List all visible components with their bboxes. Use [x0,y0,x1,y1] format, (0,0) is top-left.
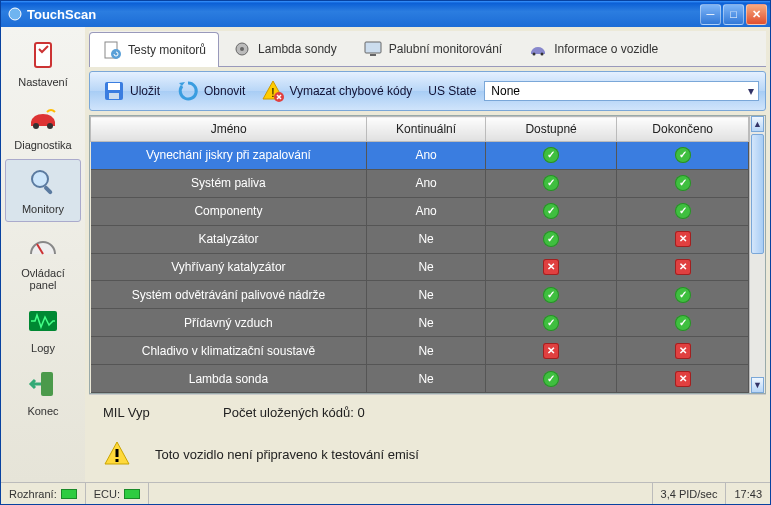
sidebar-item-settings[interactable]: Nastavení [5,33,81,94]
tab-label: Testy monitorů [128,43,206,57]
readiness-warning: Toto vozidlo není připraveno k testování… [89,430,766,478]
cell-complete: ✓ [617,142,749,170]
cell-available: ✓ [485,142,617,170]
clear-codes-button[interactable]: ! Vymazat chybové kódy [255,76,418,106]
tab-monitor-tests[interactable]: Testy monitorů [89,32,219,67]
statusbar: Rozhraní: ECU: 3,4 PID/sec 17:43 [1,482,770,504]
svg-rect-8 [41,372,53,396]
sidebar-item-logs[interactable]: Logy [5,299,81,360]
car-icon [27,102,59,134]
save-icon [102,79,126,103]
check-icon: ✓ [543,371,559,387]
cell-available: ✓ [485,225,617,253]
titlebar: TouchScan ─ □ ✕ [1,1,770,27]
sidebar-item-diagnostics[interactable]: Diagnostika [5,96,81,157]
exit-icon [27,368,59,400]
us-state-label: US State [428,84,476,98]
svg-point-3 [47,123,53,129]
sidebar-item-dashboard[interactable]: Ovládací panel [5,224,81,297]
check-icon: ✓ [675,203,691,219]
close-button[interactable]: ✕ [746,4,767,25]
ecu-status: ECU: [86,483,149,504]
sidebar-item-label: Diagnostika [7,139,79,151]
cell-continuous: Ano [367,169,485,197]
cell-name: Lambda sonda [91,365,367,393]
toolbar: Uložit Obnovit ! Vymazat chybové kódy US… [89,71,766,111]
svg-rect-22 [116,449,119,457]
svg-point-16 [541,53,544,56]
tab-lambda[interactable]: Lambda sondy [219,31,350,66]
cell-complete: ✓ [617,197,749,225]
scroll-up-icon[interactable]: ▲ [751,116,764,132]
cell-available: ✓ [485,365,617,393]
interface-led-icon [61,489,77,499]
check-icon: ✓ [675,315,691,331]
col-name[interactable]: Jméno [91,117,367,142]
cell-continuous: Ne [367,225,485,253]
table-row[interactable]: KatalyzátorNe✓✕ [91,225,749,253]
minimize-button[interactable]: ─ [700,4,721,25]
sidebar-item-label: Konec [7,405,79,417]
vertical-scrollbar[interactable]: ▲ ▼ [749,116,765,393]
gear-icon [232,39,252,59]
table-row[interactable]: ComponentyAno✓✓ [91,197,749,225]
cell-available: ✓ [485,169,617,197]
table-row[interactable]: Vynechání jiskry při zapalováníAno✓✓ [91,142,749,170]
tab-label: Lambda sondy [258,42,337,56]
cross-icon: ✕ [543,343,559,359]
cell-name: Chladivo v klimatizační soustavě [91,337,367,365]
tab-vehicle-info[interactable]: Informace o vozidle [515,31,671,66]
table-row[interactable]: Vyhřívaný katalyzátorNe✕✕ [91,253,749,281]
check-icon: ✓ [543,315,559,331]
cell-name: Přídavný vzduch [91,309,367,337]
maximize-button[interactable]: □ [723,4,744,25]
col-continuous[interactable]: Kontinuální [367,117,485,142]
button-label: Obnovit [204,84,245,98]
svg-point-12 [240,47,244,51]
refresh-button[interactable]: Obnovit [170,76,251,106]
cell-continuous: Ano [367,142,485,170]
pid-rate: 3,4 PID/sec [653,483,727,504]
monitor-icon [363,39,383,59]
sidebar-item-monitors[interactable]: Monitory [5,159,81,222]
ecu-led-icon [124,489,140,499]
sidebar-item-exit[interactable]: Konec [5,362,81,423]
clipboard-refresh-icon [102,40,122,60]
table-row[interactable]: Lambda sondaNe✓✕ [91,365,749,393]
cross-icon: ✕ [675,231,691,247]
save-button[interactable]: Uložit [96,76,166,106]
warning-text: Toto vozidlo není připraveno k testování… [155,447,419,462]
col-complete[interactable]: Dokončeno [617,117,749,142]
svg-point-10 [111,49,121,59]
check-icon: ✓ [675,175,691,191]
table-row[interactable]: Systém odvětrávání palivové nádržeNe✓✓ [91,281,749,309]
scroll-thumb[interactable] [751,134,764,254]
cell-available: ✕ [485,337,617,365]
check-icon: ✓ [543,231,559,247]
cell-complete: ✓ [617,309,749,337]
button-label: Vymazat chybové kódy [289,84,412,98]
us-state-select[interactable]: None [484,81,759,101]
check-icon: ✓ [543,287,559,303]
window-title: TouchScan [27,7,700,22]
scroll-down-icon[interactable]: ▼ [751,377,764,393]
us-state-value: None [491,84,520,98]
stored-codes: Počet uložených kódů: 0 [223,405,365,420]
cell-available: ✓ [485,309,617,337]
cross-icon: ✕ [675,371,691,387]
table-row[interactable]: Systém palivaAno✓✓ [91,169,749,197]
monitors-table: Jméno Kontinuální Dostupné Dokončeno Vyn… [90,116,749,393]
check-icon: ✓ [675,147,691,163]
svg-rect-5 [43,185,53,195]
table-row[interactable]: Přídavný vzduchNe✓✓ [91,309,749,337]
check-icon: ✓ [543,175,559,191]
sidebar-item-label: Nastavení [7,76,79,88]
tab-onboard[interactable]: Palubní monitorování [350,31,515,66]
clock: 17:43 [726,483,770,504]
col-available[interactable]: Dostupné [485,117,617,142]
waveform-icon [27,305,59,337]
table-row[interactable]: Chladivo v klimatizační soustavěNe✕✕ [91,337,749,365]
cell-continuous: Ne [367,253,485,281]
cell-continuous: Ne [367,281,485,309]
mil-status: MIL Vyp [103,405,223,420]
